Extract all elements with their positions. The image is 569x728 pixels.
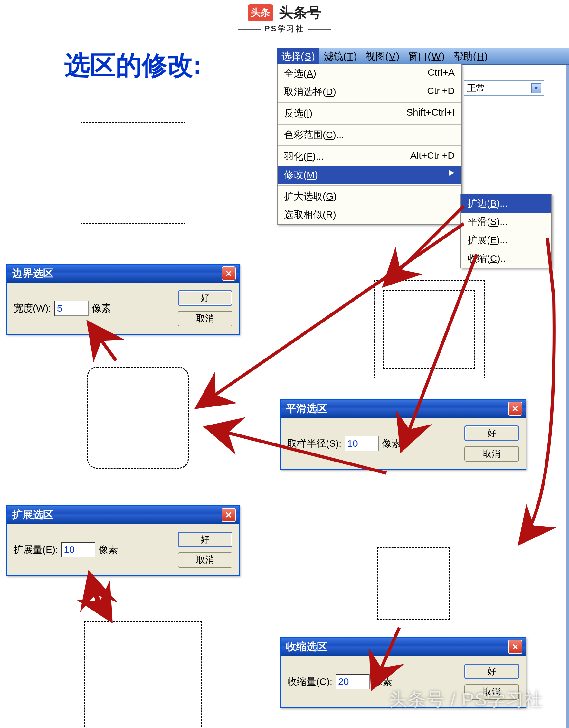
- close-button[interactable]: ✕: [508, 402, 522, 416]
- dialog-expand-selection: 扩展选区 ✕ 扩展量(E): 像素 好 取消: [6, 505, 239, 576]
- logo-subtitle: PS学习社: [234, 23, 335, 34]
- radius-input[interactable]: [345, 436, 379, 451]
- ok-button[interactable]: 好: [464, 425, 519, 441]
- cancel-button[interactable]: 取消: [178, 552, 232, 568]
- unit-label: 像素: [382, 437, 401, 450]
- expand-input[interactable]: [61, 542, 95, 557]
- dialog-border-selection: 边界选区 ✕ 宽度(W): 像素 好 取消: [6, 264, 239, 335]
- dialog-title: 平滑选区: [286, 402, 327, 416]
- field-label: 取样半径(S):: [287, 437, 341, 450]
- logo-badge: 头条: [247, 4, 273, 21]
- selection-border-inner: [383, 290, 475, 369]
- submenu-arrow-icon: ▶: [449, 168, 455, 182]
- modify-submenu: 扩边(B)... 平滑(S)... 扩展(E)... 收缩(C)...: [461, 194, 552, 268]
- selection-contract-result: [377, 547, 450, 620]
- ok-button[interactable]: 好: [178, 532, 232, 547]
- menu-inverse[interactable]: 反选(I) Shift+Ctrl+I: [277, 104, 461, 123]
- menubar: 选择(S) 滤镜(T) 视图(V) 窗口(W) 帮助(H): [277, 48, 569, 65]
- menu-separator: [277, 185, 461, 186]
- menu-select-all[interactable]: 全选(A) Ctrl+A: [277, 64, 461, 83]
- page-title: 选区的修改:: [64, 48, 202, 83]
- cancel-button[interactable]: 取消: [178, 311, 232, 326]
- submenu-border[interactable]: 扩边(B)...: [461, 194, 551, 213]
- width-input[interactable]: [54, 301, 89, 316]
- dialog-title: 收缩选区: [286, 640, 327, 654]
- menu-filter[interactable]: 滤镜(T): [320, 48, 361, 64]
- field-label: 扩展量(E):: [14, 543, 58, 556]
- header-logo: 头条 头条号 PS学习社: [234, 3, 335, 34]
- submenu-smooth[interactable]: 平滑(S)...: [461, 213, 551, 231]
- menu-view[interactable]: 视图(V): [361, 48, 404, 64]
- menu-separator: [277, 124, 461, 125]
- mode-dropdown-value: 正常: [467, 82, 485, 94]
- selection-expand-result: [84, 621, 201, 728]
- dialog-titlebar[interactable]: 收缩选区 ✕: [281, 638, 526, 656]
- svg-line-6: [87, 579, 109, 618]
- contract-input[interactable]: [336, 674, 370, 689]
- dialog-titlebar[interactable]: 扩展选区 ✕: [7, 506, 239, 524]
- selection-smooth-result: [87, 367, 189, 469]
- submenu-contract[interactable]: 收缩(C)...: [461, 249, 551, 268]
- menu-deselect[interactable]: 取消选择(D) Ctrl+D: [277, 83, 461, 101]
- menu-select[interactable]: 选择(S): [277, 48, 320, 64]
- svg-line-5: [90, 576, 100, 611]
- unit-label: 像素: [373, 675, 392, 688]
- chevron-down-icon[interactable]: ▼: [531, 83, 541, 93]
- ok-button[interactable]: 好: [178, 290, 232, 306]
- dialog-title: 边界选区: [12, 266, 53, 281]
- submenu-expand[interactable]: 扩展(E)...: [461, 231, 551, 249]
- menu-help[interactable]: 帮助(H): [449, 48, 492, 64]
- menu-window[interactable]: 窗口(W): [404, 48, 449, 64]
- dialog-titlebar[interactable]: 平滑选区 ✕: [281, 400, 526, 418]
- select-menu-dropdown: 全选(A) Ctrl+A 取消选择(D) Ctrl+D 反选(I) Shift+…: [277, 64, 462, 225]
- close-button[interactable]: ✕: [221, 266, 236, 281]
- unit-label: 像素: [98, 543, 118, 556]
- menu-separator: [277, 102, 461, 103]
- dialog-titlebar[interactable]: 边界选区 ✕: [7, 265, 239, 283]
- menu-modify[interactable]: 修改(M) ▶: [277, 166, 461, 184]
- dialog-title: 扩展选区: [12, 508, 53, 522]
- menu-similar[interactable]: 选取相似(R): [277, 206, 461, 224]
- menu-feather[interactable]: 羽化(F)... Alt+Ctrl+D: [277, 147, 461, 166]
- dialog-smooth-selection: 平滑选区 ✕ 取样半径(S): 像素 好 取消: [280, 399, 526, 470]
- watermark: 头条号 / PS学习社: [389, 687, 543, 712]
- field-label: 收缩量(C):: [287, 675, 332, 688]
- close-button[interactable]: ✕: [508, 640, 522, 654]
- close-button[interactable]: ✕: [221, 508, 236, 522]
- menu-grow[interactable]: 扩大选取(G): [277, 187, 461, 206]
- ok-button[interactable]: 好: [464, 664, 519, 679]
- unit-label: 像素: [92, 302, 111, 315]
- window-edge: [566, 48, 569, 728]
- field-label: 宽度(W):: [14, 302, 51, 315]
- cancel-button[interactable]: 取消: [464, 446, 519, 462]
- mode-dropdown[interactable]: 正常 ▼: [464, 80, 544, 96]
- menu-separator: [277, 145, 461, 146]
- selection-original: [80, 122, 185, 224]
- menu-color-range[interactable]: 色彩范围(C)...: [277, 126, 461, 144]
- logo-text: 头条号: [279, 3, 322, 22]
